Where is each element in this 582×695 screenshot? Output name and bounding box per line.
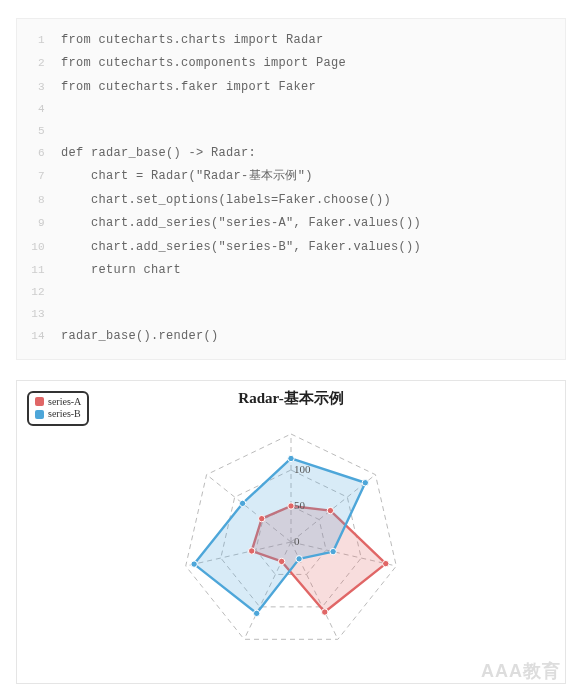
code-line: 11 return chart	[25, 259, 553, 282]
svg-point-23	[253, 610, 259, 616]
code-text: chart.add_series("series-B", Faker.value…	[61, 236, 421, 259]
chart-title: Radar-基本示例	[27, 389, 555, 408]
code-line: 2from cutecharts.components import Page	[25, 52, 553, 75]
line-number: 6	[25, 143, 45, 164]
svg-text:0: 0	[294, 535, 300, 547]
code-text: chart.add_series("series-A", Faker.value…	[61, 212, 421, 235]
legend-swatch	[35, 410, 44, 419]
code-text: from cutecharts.charts import Radar	[61, 29, 324, 52]
line-number: 9	[25, 213, 45, 234]
line-number: 2	[25, 53, 45, 74]
legend-item: series-A	[35, 396, 81, 409]
code-text: from cutecharts.components import Page	[61, 52, 346, 75]
code-line: 5	[25, 121, 553, 142]
code-line: 6def radar_base() -> Radar:	[25, 142, 553, 165]
code-line: 9 chart.add_series("series-A", Faker.val…	[25, 212, 553, 235]
code-text: def radar_base() -> Radar:	[61, 142, 256, 165]
code-line: 8 chart.set_options(labels=Faker.choose(…	[25, 189, 553, 212]
watermark: AAA教育	[481, 659, 561, 683]
legend-swatch	[35, 397, 44, 406]
line-number: 11	[25, 260, 45, 281]
chart-container: Radar-基本示例 series-A series-B 050100 AAA教…	[16, 380, 566, 684]
svg-point-24	[191, 561, 197, 567]
line-number: 12	[25, 282, 45, 303]
svg-point-19	[288, 455, 294, 461]
code-text: return chart	[61, 259, 181, 282]
line-number: 14	[25, 326, 45, 347]
svg-text:100: 100	[294, 463, 311, 475]
svg-text:50: 50	[294, 499, 306, 511]
chart-legend: series-A series-B	[27, 391, 89, 426]
line-number: 7	[25, 166, 45, 187]
legend-label: series-B	[48, 408, 81, 421]
code-line: 14radar_base().render()	[25, 325, 553, 348]
svg-point-22	[296, 555, 302, 561]
code-line: 10 chart.add_series("series-B", Faker.va…	[25, 236, 553, 259]
radar-plot: 050100	[27, 410, 555, 668]
code-line: 13	[25, 304, 553, 325]
svg-point-14	[383, 560, 389, 566]
code-line: 7 chart = Radar("Radar-基本示例")	[25, 165, 553, 188]
code-text: from cutecharts.faker import Faker	[61, 76, 316, 99]
code-line: 1from cutecharts.charts import Radar	[25, 29, 553, 52]
svg-point-25	[239, 500, 245, 506]
svg-point-18	[259, 515, 265, 521]
code-block: 1from cutecharts.charts import Radar2fro…	[16, 18, 566, 360]
svg-point-20	[362, 479, 368, 485]
svg-point-17	[248, 547, 254, 553]
line-number: 5	[25, 121, 45, 142]
code-line: 4	[25, 99, 553, 120]
svg-point-13	[327, 507, 333, 513]
line-number: 8	[25, 190, 45, 211]
line-number: 4	[25, 99, 45, 120]
line-number: 10	[25, 237, 45, 258]
svg-point-15	[322, 609, 328, 615]
line-number: 13	[25, 304, 45, 325]
code-text: chart.set_options(labels=Faker.choose())	[61, 189, 391, 212]
code-text: chart = Radar("Radar-基本示例")	[61, 165, 313, 188]
svg-point-21	[330, 548, 336, 554]
code-text: radar_base().render()	[61, 325, 219, 348]
code-line: 12	[25, 282, 553, 303]
legend-label: series-A	[48, 396, 81, 409]
svg-point-16	[278, 558, 284, 564]
legend-item: series-B	[35, 408, 81, 421]
line-number: 3	[25, 77, 45, 98]
code-line: 3from cutecharts.faker import Faker	[25, 76, 553, 99]
line-number: 1	[25, 30, 45, 51]
